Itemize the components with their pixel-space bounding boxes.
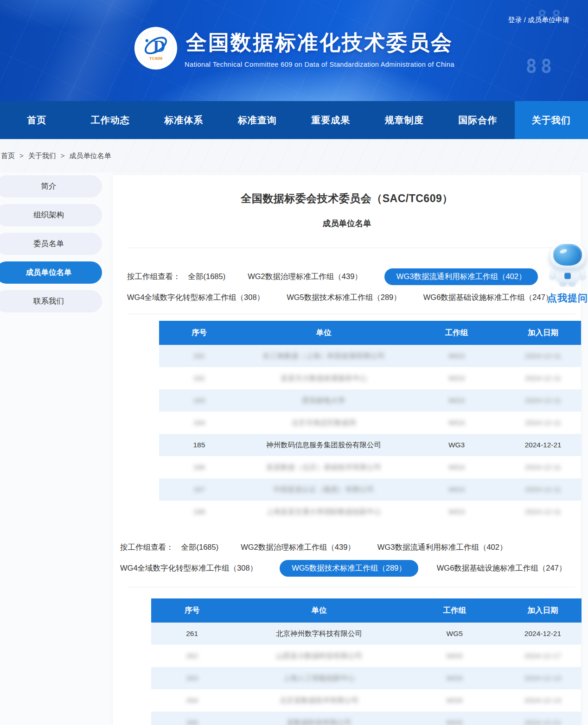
tc609-logo-icon: D TC609 (134, 26, 178, 70)
cell-org: 北京某数据技术有限公司 (233, 689, 405, 712)
breadcrumb-about[interactable]: 关于我们 (28, 152, 56, 159)
cell-group: WG3 (408, 389, 505, 412)
cell-date: 2024-12-13 (504, 667, 582, 689)
filter-all[interactable]: 全部(1685) (181, 542, 219, 553)
filter-wg6[interactable]: WG6数据基础设施标准工作组（247） (437, 563, 567, 573)
login-apply-link[interactable]: 登录 / 成员单位申请 (508, 16, 569, 25)
table-row: 184 北京市海淀区数据局 WG3 2024-12-11 (159, 412, 581, 434)
nav-item-regulations[interactable]: 规章制度 (368, 101, 441, 139)
page: { "banner": { "login": "登录 / 成员单位申请", "t… (0, 0, 588, 725)
divider (127, 248, 575, 248)
cell-org: 长三角数据（上海）科技发展有限公司 (239, 345, 408, 367)
cell-date: 2024-12-11 (505, 345, 581, 367)
table-header-row: 序号 单位 工作组 加入日期 (151, 598, 582, 623)
filter-wg3-selected[interactable]: WG3数据流通利用标准工作组（402） (384, 268, 538, 285)
cell-date: 2024-12-13 (504, 689, 582, 712)
cell-no: 186 (159, 456, 239, 478)
sidebar-item-organization[interactable]: 组织架构 (0, 204, 102, 226)
col-header-no: 序号 (151, 598, 233, 623)
nav-item-about-active[interactable]: 关于我们 (515, 101, 588, 139)
sidebar-item-contact[interactable]: 联系我们 (0, 290, 102, 312)
cell-group: WG5 (405, 667, 504, 689)
breadcrumb-member-list[interactable]: 成员单位名单 (70, 152, 111, 159)
divider (127, 587, 575, 587)
cell-group: WG5 (405, 645, 504, 667)
cell-date: 2024-12-11 (505, 501, 581, 523)
workgroup-filter-section-2: 按工作组查看： 全部(1685) WG2数据治理标准工作组（439） WG3数据… (113, 542, 581, 577)
cell-no: 183 (159, 389, 239, 412)
cell-no: 265 (151, 712, 233, 725)
cell-no: 181 (159, 345, 239, 367)
col-header-date: 加入日期 (504, 598, 582, 623)
nav-item-international[interactable]: 国际合作 (441, 101, 515, 139)
filter-wg5[interactable]: WG5数据技术标准工作组（289） (287, 293, 401, 303)
cell-org: 中国某某认证（集团）有限公司 (239, 478, 408, 501)
member-table-wg5: 序号 单位 工作组 加入日期 261 北京神州数字科技有限公司 WG5 2024… (151, 598, 582, 725)
table-row-highlight-185: 185 神州数码信息服务集团股份有限公司 WG3 2024-12-21 (159, 434, 581, 456)
filter-wg6[interactable]: WG6数据基础设施标准工作组（247） (423, 293, 553, 303)
nav-item-standard-system[interactable]: 标准体系 (147, 101, 221, 139)
table-row: 182 某某市大数据发展服务中心 WG3 2024-12-11 (159, 367, 581, 389)
table-row: 181 长三角数据（上海）科技发展有限公司 WG3 2024-12-11 (159, 345, 581, 367)
page-subtitle: 成员单位名单 (113, 218, 581, 229)
cell-date: 2024-12-11 (505, 367, 581, 389)
cell-org: 某某市大数据发展服务中心 (239, 367, 408, 389)
sidebar-item-committee-members[interactable]: 委员名单 (0, 233, 102, 255)
table-row: 263 上海人工智能创新中心 WG5 2024-12-13 (151, 667, 582, 689)
nav-item-news[interactable]: 工作动态 (74, 101, 147, 139)
cell-org: 山西某大数据科技有限公司 (233, 645, 405, 667)
cell-org: 北京神州数字科技有限公司 (233, 623, 405, 645)
col-header-no: 序号 (159, 321, 239, 345)
cell-date: 2024-12-21 (504, 623, 582, 645)
cell-no: 185 (159, 434, 239, 456)
cell-group: WG5 (405, 689, 504, 712)
filter-wg2[interactable]: WG2数据治理标准工作组（439） (248, 272, 362, 282)
cell-date: 2024-12-17 (504, 645, 582, 667)
breadcrumb-home[interactable]: 首页 (1, 152, 15, 159)
sidebar-item-intro[interactable]: 简介 (0, 175, 102, 197)
cell-no: 182 (159, 367, 239, 389)
robot-mascot-icon[interactable] (548, 241, 588, 285)
assistant-label[interactable]: 点我提问 (546, 292, 588, 305)
col-header-group: 工作组 (408, 321, 505, 345)
cell-group: WG5 (405, 712, 504, 725)
cell-org: 某数据科技有限公司 (233, 712, 405, 725)
nav-item-achievements[interactable]: 重要成果 (294, 101, 368, 139)
cell-no: 262 (151, 645, 233, 667)
nav-item-standard-search[interactable]: 标准查询 (221, 101, 294, 139)
col-header-date: 加入日期 (505, 321, 581, 345)
filter-wg3[interactable]: WG3数据流通利用标准工作组（402） (377, 542, 507, 553)
breadcrumb-separator: > (61, 152, 65, 159)
nav-item-home[interactable]: 首页 (0, 101, 74, 139)
cell-org: 神州数码信息服务集团股份有限公司 (239, 434, 408, 456)
content-area: 简介 组织架构 委员名单 成员单位名单 联系我们 全国数据标委会技术委员会（SA… (0, 172, 588, 725)
page-title: 全国数据标委会技术委员会（SAC/TC609） (113, 191, 581, 206)
site-title-cn: 全国数据标准化技术委员会 (185, 29, 454, 57)
breadcrumb: 首页>关于我们>成员单位名单 (0, 152, 111, 160)
divider (127, 314, 575, 314)
filter-wg4[interactable]: WG4全域数字化转型标准工作组（308） (120, 563, 257, 573)
site-titles: 全国数据标准化技术委员会 National Technical Committe… (185, 29, 454, 68)
table-row-highlight-261: 261 北京神州数字科技有限公司 WG5 2024-12-21 (151, 623, 582, 645)
filter-wg5-selected[interactable]: WG5数据技术标准工作组（289） (280, 560, 418, 577)
site-brand[interactable]: D TC609 全国数据标准化技术委员会 National Technical … (0, 26, 588, 70)
filter-wg4[interactable]: WG4全域数字化转型标准工作组（308） (127, 293, 264, 303)
main-nav: 首页 工作动态 标准体系 标准查询 重要成果 规章制度 国际合作 关于我们 (0, 101, 588, 139)
table-row: 262 山西某大数据科技有限公司 WG5 2024-12-17 (151, 645, 582, 667)
cell-date: 2024-12-11 (505, 456, 581, 478)
cell-group: WG3 (408, 501, 505, 523)
filter-all[interactable]: 全部(1685) (188, 272, 226, 282)
table-row: 188 上海某某交通大学国际数据创新中心 WG3 2024-12-11 (159, 501, 581, 523)
site-title-en: National Technical Committee 609 on Data… (185, 61, 454, 68)
filter-wg2[interactable]: WG2数据治理标准工作组（439） (241, 542, 355, 553)
cell-date: 2024-12-11 (505, 478, 581, 501)
cell-org: 某某数据（北京）基础技术有限公司 (239, 456, 408, 478)
col-header-org: 单位 (233, 598, 405, 623)
workgroup-filter-section-1: 按工作组查看： 全部(1685) WG2数据治理标准工作组（439） WG3数据… (113, 268, 581, 303)
breadcrumb-band: 首页>关于我们>成员单位名单 (0, 139, 588, 172)
cell-no: 188 (159, 501, 239, 523)
sidebar-item-member-units-active[interactable]: 成员单位名单 (0, 261, 102, 284)
assistant-widget[interactable]: 点我提问 (546, 241, 588, 305)
filter-label: 按工作组查看： (120, 542, 174, 553)
cell-no: 263 (151, 667, 233, 689)
